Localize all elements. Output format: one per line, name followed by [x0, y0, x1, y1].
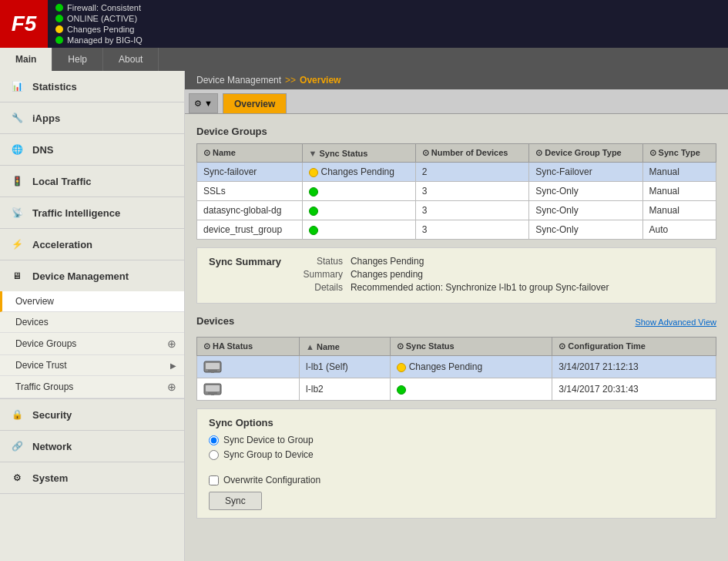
status-item: Changes Pending [55, 25, 143, 34]
sidebar-item-label: Device Groups [15, 338, 76, 349]
sidebar-group-header-acceleration[interactable]: ⚡Acceleration [0, 229, 184, 260]
table-row[interactable]: device_trust_group3Sync-OnlyAuto [197, 220, 716, 240]
radio-device-to-group[interactable] [209, 435, 219, 445]
breadcrumb-separator: >> [285, 75, 296, 86]
dev-col-1[interactable]: ▲Name [300, 338, 391, 356]
sidebar-group-header-security[interactable]: 🔒Security [0, 399, 184, 430]
dg-col-4[interactable]: ⊙Sync Type [642, 144, 716, 163]
f5-logo: F5 [0, 0, 48, 48]
dev-config-time-cell: 3/14/2017 20:31:43 [552, 378, 716, 401]
add-icon[interactable]: ⊕ [167, 338, 176, 350]
table-row[interactable]: l-lb1 (Self)Changes Pending3/14/2017 21:… [197, 356, 716, 378]
sync-summary-title: Sync Summary [209, 256, 281, 267]
iapps-icon: 🔧 [8, 109, 26, 127]
dg-num-devices-cell: 2 [415, 163, 529, 182]
table-row[interactable]: Sync-failoverChanges Pending2Sync-Failov… [197, 163, 716, 182]
dev-col-0[interactable]: ⊙HA Status [197, 338, 300, 356]
devices-header: Devices Show Advanced View [196, 311, 716, 333]
content-area: Device Management >> Overview ⚙ ▼ Overvi… [185, 71, 728, 561]
svg-rect-3 [211, 371, 214, 373]
svg-rect-2 [208, 370, 217, 371]
sidebar-group-header-network[interactable]: 🔗Network [0, 431, 184, 462]
network-icon: 🔗 [8, 437, 26, 455]
dns-icon: 🌐 [8, 140, 26, 159]
overwrite-config-checkbox[interactable] [209, 475, 219, 485]
sidebar-group-header-iapps[interactable]: 🔧iApps [0, 102, 184, 133]
sidebar-item-label: Overview [15, 296, 54, 307]
dg-col-2[interactable]: ⊙Number of Devices [415, 144, 529, 163]
green-status-dot [309, 187, 318, 197]
sidebar-group-label-network: Network [32, 441, 72, 452]
add-icon[interactable]: ⊕ [167, 381, 176, 393]
sync-summary-summary-row: Summary Changes pending [297, 269, 609, 280]
devices-title: Devices [196, 315, 234, 327]
green-status-dot [309, 226, 318, 235]
top-header: F5 Firewall: ConsistentONLINE (ACTIVE)Ch… [0, 0, 728, 48]
sidebar-item-devices[interactable]: Devices [0, 312, 184, 333]
sidebar-group-dns: 🌐DNS [0, 134, 184, 166]
overwrite-config-label: Overwrite Configuration [223, 475, 320, 485]
dg-col-3[interactable]: ⊙Device Group Type [529, 144, 642, 163]
sidebar-group-header-statistics[interactable]: 📊Statistics [0, 71, 184, 102]
dg-num-devices-cell: 3 [415, 182, 529, 201]
sidebar-item-label: Device Trust [15, 360, 67, 371]
dev-sync-cell [390, 378, 552, 401]
sidebar-group-header-dns[interactable]: 🌐DNS [0, 134, 184, 165]
sync-options-title: Sync Options [209, 417, 704, 428]
sidebar-group-local-traffic: 🚦Local Traffic [0, 166, 184, 197]
tab-bar: ⚙ ▼ Overview [185, 89, 728, 114]
sidebar-group-header-device-management[interactable]: 🖥Device Management [0, 260, 184, 291]
dev-col-3[interactable]: ⊙Configuration Time [552, 338, 716, 356]
sidebar-item-overview[interactable]: Overview [0, 291, 184, 312]
sidebar-group-label-device-management: Device Management [32, 270, 129, 282]
sidebar-group-label-statistics: Statistics [32, 81, 77, 92]
table-row[interactable]: datasync-global-dg3Sync-OnlyManual [197, 201, 716, 220]
sidebar-group-header-traffic-intelligence[interactable]: 📡Traffic Intelligence [0, 197, 184, 228]
svg-rect-5 [206, 385, 220, 391]
dg-col-1[interactable]: ▼Sync Status [302, 144, 415, 163]
dg-name-cell: datasync-global-dg [197, 201, 303, 220]
sidebar-group-label-dns: DNS [32, 144, 53, 156]
sidebar-item-traffic-groups[interactable]: Traffic Groups⊕ [0, 376, 184, 398]
dg-num-devices-cell: 3 [415, 220, 529, 240]
sync-status-text: Changes Pending [409, 361, 482, 372]
dg-group-type-cell: Sync-Only [529, 220, 642, 240]
nav-tab-about[interactable]: About [103, 48, 159, 71]
status-item: ONLINE (ACTIVE) [55, 14, 143, 23]
table-row[interactable]: l-lb23/14/2017 20:31:43 [197, 378, 716, 401]
table-row[interactable]: SSLs3Sync-OnlyManual [197, 182, 716, 201]
sync-summary-details-row: Details Recommended action: Synchronize … [297, 282, 609, 293]
dev-col-2[interactable]: ⊙Sync Status [390, 338, 552, 356]
sidebar-item-device-groups[interactable]: Device Groups⊕ [0, 333, 184, 355]
nav-tab-help[interactable]: Help [52, 48, 103, 71]
intelligence-icon: 📡 [8, 203, 26, 222]
nav-tab-main[interactable]: Main [0, 48, 52, 71]
sidebar-group-traffic-intelligence: 📡Traffic Intelligence [0, 197, 184, 229]
show-advanced-button[interactable]: Show Advanced View [635, 317, 716, 327]
sidebar-item-device-trust[interactable]: Device Trust▶ [0, 355, 184, 376]
green-dot [55, 4, 63, 12]
gear-button[interactable]: ⚙ ▼ [189, 93, 218, 113]
sidebar-group-label-iapps: iApps [32, 113, 60, 124]
sync-summary-value: Changes pending [351, 269, 423, 280]
sidebar-group-label-acceleration: Acceleration [32, 239, 92, 250]
dg-sync-type-cell: Auto [642, 220, 716, 240]
dg-sync-cell [302, 182, 415, 201]
radio-group-to-device[interactable] [209, 450, 219, 460]
dg-sync-type-cell: Manual [642, 201, 716, 220]
sidebar-group-network: 🔗Network [0, 431, 184, 462]
device-groups-table: ⊙Name▼Sync Status⊙Number of Devices⊙Devi… [196, 143, 716, 240]
sidebar-group-header-local-traffic[interactable]: 🚦Local Traffic [0, 166, 184, 197]
sync-details-value: Recommended action: Synchronize l-lb1 to… [351, 282, 609, 293]
yellow-dot [55, 25, 63, 33]
dg-name-cell: Sync-failover [197, 163, 303, 182]
status-bar: Firewall: ConsistentONLINE (ACTIVE)Chang… [48, 0, 150, 48]
sidebar-item-label: Devices [15, 317, 49, 328]
tab-overview[interactable]: Overview [223, 93, 287, 113]
sidebar-group-header-system[interactable]: ⚙System [0, 462, 184, 493]
content-scroll: Device Groups ⊙Name▼Sync Status⊙Number o… [185, 114, 728, 561]
radio-device-to-group-row: Sync Device to Group [209, 435, 704, 445]
expand-icon[interactable]: ▶ [170, 361, 176, 370]
dg-col-0[interactable]: ⊙Name [197, 144, 303, 163]
sync-button[interactable]: Sync [209, 492, 262, 510]
